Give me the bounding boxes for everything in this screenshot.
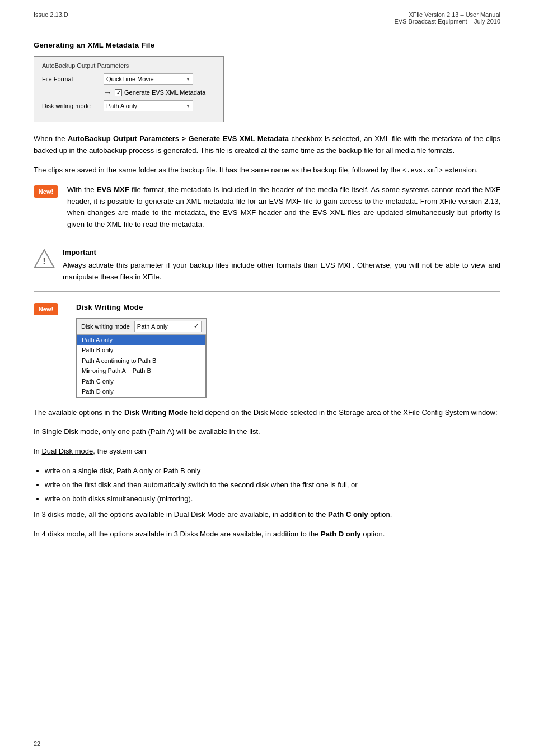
file-format-row: File Format QuickTime Movie ▼ (42, 73, 216, 85)
dropdown-item-path-d[interactable]: Path D only (77, 386, 205, 397)
section2-single-disk: In Single Disk mode, only one path (Path… (34, 426, 500, 438)
disk-mode-select[interactable]: Path A only ▼ (104, 100, 193, 111)
disk-section-header: New! Disk Writing Mode Disk writing mode… (34, 303, 500, 398)
file-format-label: File Format (42, 76, 104, 82)
section-generating-xml: Generating an XML Metadata File AutoBack… (34, 41, 500, 292)
section1-para2: The clips are saved in the same folder a… (34, 165, 500, 176)
autobackup-panel: AutoBackup Output Parameters File Format… (34, 56, 224, 122)
disk-mode-row: Disk writing mode Path A only ▼ (42, 100, 216, 111)
section1-title: Generating an XML Metadata File (34, 41, 500, 49)
dropdown-item-path-a[interactable]: Path A only (77, 335, 205, 346)
section2-title: Disk Writing Mode (76, 303, 207, 311)
section-disk-writing: New! Disk Writing Mode Disk writing mode… (34, 303, 500, 540)
disk-title-block: Disk Writing Mode Disk writing mode Path… (76, 303, 207, 398)
arrow-icon: → (104, 88, 111, 97)
file-format-value: QuickTime Movie (106, 76, 184, 82)
section2-para4: In 3 disks mode, all the options availab… (34, 509, 500, 521)
file-format-arrow: ▼ (186, 77, 190, 82)
disk-panel-header-row: Disk writing mode Path A only ✓ (77, 319, 206, 335)
svg-text:!: ! (43, 256, 45, 266)
new-badge-block-1: New! With the EVS MXF file format, the m… (34, 184, 500, 231)
dropdown-item-mirror[interactable]: Mirroring Path A + Path B (77, 366, 205, 376)
warning-icon: ! (34, 248, 55, 269)
file-format-select[interactable]: QuickTime Movie ▼ (104, 73, 193, 85)
disk-mode-label: Disk writing mode (42, 102, 104, 109)
checkbox-label: Generate EVS.XML Metadata (124, 89, 205, 96)
dropdown-item-path-b[interactable]: Path B only (77, 345, 205, 356)
section2-para1: The available options in the Disk Writin… (34, 407, 500, 419)
disk-mode-arrow: ▼ (186, 104, 190, 109)
page-header: Issue 2.13.D XFile Version 2.13 – User M… (34, 11, 500, 27)
bullet-item-2: write on the first disk and then automat… (45, 479, 500, 491)
dropdown-item-path-c[interactable]: Path C only (77, 376, 205, 387)
disk-dropdown: Path A only Path B only Path A continuin… (77, 335, 206, 398)
manual-title: XFile Version 2.13 – User Manual EVS Bro… (394, 11, 500, 25)
disk-writing-panel: Disk writing mode Path A only ✓ Path A o… (76, 318, 207, 398)
disk-options-list: write on a single disk, Path A only or P… (45, 465, 500, 505)
section2-para5: In 4 disks mode, all the options availab… (34, 529, 500, 540)
disk-selected-value: Path A only (137, 323, 168, 330)
page: Issue 2.13.D XFile Version 2.13 – User M… (0, 0, 534, 756)
panel-title: AutoBackup Output Parameters (42, 62, 216, 69)
new-badge-1: New! (34, 185, 58, 198)
section2-dual-disk-intro: In Dual Disk mode, the system can (34, 446, 500, 458)
page-number: 22 (34, 740, 40, 747)
dual-disk-label: Dual Disk mode (41, 447, 93, 455)
new-badge-2: New! (34, 303, 58, 315)
bullet-item-1: write on a single disk, Path A only or P… (45, 465, 500, 477)
dropdown-item-path-a-to-b[interactable]: Path A continuing to Path B (77, 356, 205, 366)
disk-panel-label: Disk writing mode (81, 323, 130, 330)
checkbox-row: → ✓ Generate EVS.XML Metadata (104, 88, 216, 97)
single-disk-label: Single Disk mode (41, 427, 98, 436)
disk-select-value[interactable]: Path A only ✓ (134, 321, 202, 332)
new-para-1: With the EVS MXF file format, the metada… (67, 184, 500, 231)
disk-mode-value: Path A only (106, 102, 184, 109)
important-text: Always activate this parameter if your b… (63, 260, 500, 283)
section1-para1: When the AutoBackup Output Parameters > … (34, 133, 500, 157)
important-content: Important Always activate this parameter… (63, 248, 500, 283)
generate-xml-checkbox[interactable]: ✓ (115, 89, 122, 96)
checkmark-icon: ✓ (116, 90, 121, 96)
important-box: ! Important Always activate this paramet… (34, 240, 500, 292)
disk-select-checkmark: ✓ (194, 323, 199, 330)
bullet-item-3: write on both disks simultaneously (mirr… (45, 493, 500, 505)
important-title: Important (63, 248, 500, 256)
issue-label: Issue 2.13.D (34, 11, 68, 18)
